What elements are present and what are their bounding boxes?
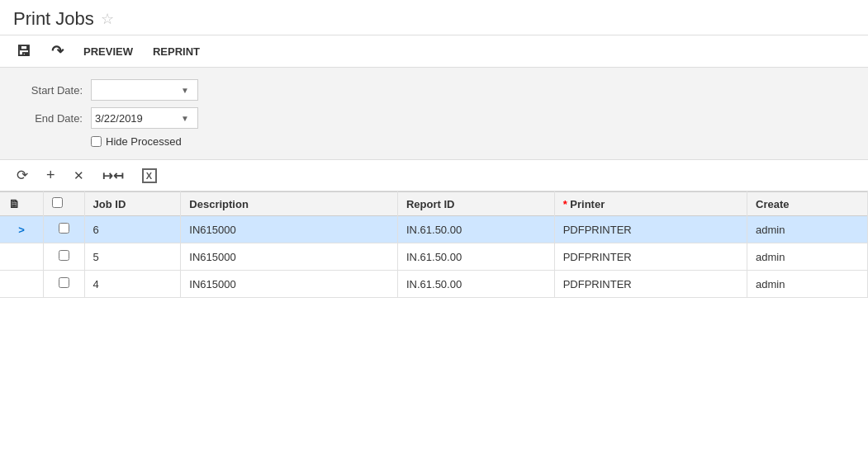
- th-description: Description: [181, 192, 398, 216]
- preview-button[interactable]: PREVIEW: [80, 44, 136, 59]
- start-date-dropdown-icon[interactable]: ▼: [181, 86, 189, 95]
- row-jobid: 4: [84, 271, 181, 298]
- th-row-icon: 🗎: [0, 192, 44, 216]
- start-date-label: Start Date:: [17, 84, 91, 97]
- row-printer: PDFPRINTER: [554, 271, 747, 298]
- table-header-row: 🗎 Job ID Description Report ID Printer C…: [0, 192, 868, 216]
- page-title: Print Jobs: [13, 8, 94, 30]
- row-created: admin: [747, 216, 868, 243]
- delete-button[interactable]: ✕: [70, 167, 88, 185]
- row-reportid: IN.61.50.00: [397, 243, 554, 271]
- table-settings-icon[interactable]: 🗎: [8, 197, 20, 210]
- row-reportid: IN.61.50.00: [397, 216, 554, 243]
- save-button[interactable]: 🖫: [13, 41, 35, 62]
- favorite-star-icon[interactable]: ☆: [101, 10, 114, 28]
- table-row: 5IN615000IN.61.50.00PDFPRINTERadmin: [0, 243, 868, 271]
- refresh-button[interactable]: ⟳: [13, 165, 31, 186]
- table-row: >6IN615000IN.61.50.00PDFPRINTERadmin: [0, 216, 868, 243]
- row-reportid: IN.61.50.00: [397, 271, 554, 298]
- row-created: admin: [747, 271, 868, 298]
- th-created: Create: [747, 192, 868, 216]
- reprint-button[interactable]: REPRINT: [149, 44, 203, 59]
- row-description: IN615000: [181, 216, 398, 243]
- fit-columns-button[interactable]: ↦↤: [99, 167, 127, 185]
- row-checkbox-cell: [44, 243, 85, 271]
- th-reportid: Report ID: [397, 192, 554, 216]
- end-date-dropdown-icon[interactable]: ▼: [181, 114, 189, 123]
- refresh-icon: ⟳: [17, 167, 28, 184]
- row-select-checkbox[interactable]: [59, 277, 69, 288]
- row-description: IN615000: [181, 271, 398, 298]
- hide-processed-checkbox[interactable]: [91, 136, 102, 147]
- add-icon: +: [46, 167, 55, 184]
- end-date-field[interactable]: [95, 112, 178, 125]
- start-date-input[interactable]: ▼: [91, 79, 198, 101]
- fit-columns-icon: ↦↤: [102, 168, 124, 183]
- add-button[interactable]: +: [43, 165, 59, 186]
- row-description: IN615000: [181, 243, 398, 271]
- hide-processed-row: Hide Processed: [91, 135, 851, 148]
- th-printer: Printer: [554, 192, 747, 216]
- start-date-row: Start Date: ▼: [17, 79, 851, 101]
- undo-icon: ↷: [51, 42, 64, 60]
- row-select-checkbox[interactable]: [59, 250, 69, 261]
- row-jobid: 5: [84, 243, 181, 271]
- row-jobid: 6: [84, 216, 181, 243]
- undo-button[interactable]: ↷: [48, 40, 67, 62]
- page-header: Print Jobs ☆: [0, 0, 868, 35]
- start-date-field[interactable]: [95, 84, 178, 97]
- grid-toolbar: ⟳ + ✕ ↦↤ X: [0, 160, 868, 191]
- row-printer: PDFPRINTER: [554, 216, 747, 243]
- th-checkbox: [44, 192, 85, 216]
- jobs-table: 🗎 Job ID Description Report ID Printer C…: [0, 191, 868, 298]
- row-checkbox-cell: [44, 216, 85, 243]
- select-all-checkbox[interactable]: [52, 197, 63, 208]
- row-arrow: [0, 243, 44, 271]
- row-created: admin: [747, 243, 868, 271]
- end-date-label: End Date:: [17, 112, 91, 125]
- export-icon: X: [142, 168, 157, 183]
- toolbar: 🖫 ↷ PREVIEW REPRINT: [0, 35, 868, 68]
- hide-processed-label: Hide Processed: [106, 135, 182, 148]
- delete-icon: ✕: [74, 168, 84, 183]
- save-icon: 🖫: [17, 43, 31, 60]
- row-checkbox-cell: [44, 271, 85, 298]
- th-jobid: Job ID: [84, 192, 181, 216]
- export-button[interactable]: X: [139, 167, 160, 185]
- row-arrow: >: [0, 216, 44, 243]
- table-row: 4IN615000IN.61.50.00PDFPRINTERadmin: [0, 271, 868, 298]
- row-arrow: [0, 271, 44, 298]
- row-select-checkbox[interactable]: [59, 223, 69, 234]
- filter-section: Start Date: ▼ End Date: ▼ Hide Processed: [0, 68, 868, 160]
- row-printer: PDFPRINTER: [554, 243, 747, 271]
- end-date-input[interactable]: ▼: [91, 107, 198, 129]
- end-date-row: End Date: ▼: [17, 107, 851, 129]
